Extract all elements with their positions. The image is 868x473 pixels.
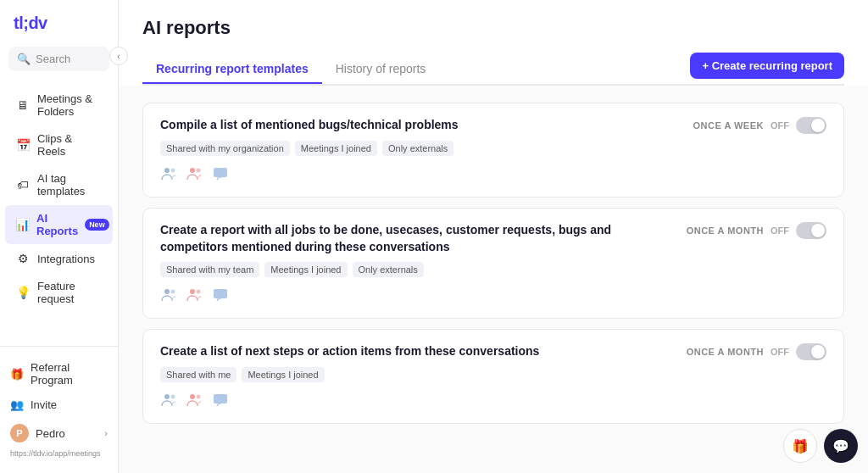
people-icon-2 (186, 164, 204, 183)
report-card-3: Create a list of next steps or action it… (142, 329, 844, 424)
referral-label: Referral Program (31, 361, 108, 387)
meetings-icon: 🖥 (15, 98, 31, 112)
people-icon-1 (160, 164, 179, 183)
svg-rect-14 (214, 394, 227, 403)
clips-icon: 📅 (15, 138, 31, 152)
invite-label: Invite (31, 398, 57, 411)
sidebar-item-ai-tags-label: AI tag templates (37, 172, 103, 198)
tab-group: Recurring report templates History of re… (142, 55, 439, 82)
user-name: Pedro (36, 427, 97, 440)
report-1-tags: Shared with my organization Meetings I j… (160, 141, 826, 156)
report-card-2: Create a report with all jobs to be done… (142, 208, 844, 319)
sidebar-item-integrations-label: Integrations (37, 253, 103, 265)
sidebar-user[interactable]: P Pedro › (0, 417, 118, 449)
bottom-buttons: 🎁 💬 (783, 429, 858, 463)
sidebar-item-referral[interactable]: 🎁 Referral Program (0, 355, 118, 392)
report-2-frequency: ONCE A MONTH (687, 225, 764, 236)
tag: Shared with me (160, 367, 236, 382)
tag: Only externals (382, 141, 453, 156)
feature-request-icon: 💡 (15, 286, 31, 299)
svg-point-3 (197, 169, 201, 173)
svg-point-6 (171, 290, 175, 294)
sidebar-item-invite[interactable]: 👥 Invite (0, 392, 118, 417)
report-3-tags: Shared with me Meetings I joined (160, 367, 826, 382)
main-content: AI reports Recurring report templates Hi… (119, 0, 868, 473)
create-recurring-report-button[interactable]: + Create recurring report (690, 53, 844, 79)
main-header: AI reports Recurring report templates Hi… (119, 0, 868, 86)
reports-list: Compile a list of mentioned bugs/technic… (119, 86, 868, 473)
logo: tl;dv (0, 0, 118, 40)
avatar: P (10, 424, 29, 442)
tag: Shared with my organization (160, 141, 290, 156)
svg-point-10 (164, 394, 170, 399)
svg-point-1 (171, 169, 175, 173)
report-card-1: Compile a list of mentioned bugs/technic… (142, 103, 844, 198)
tag: Only externals (353, 262, 424, 277)
svg-rect-9 (214, 289, 227, 298)
collapse-button[interactable]: ‹ (109, 47, 128, 65)
new-badge: New (85, 219, 109, 231)
gift-button[interactable]: 🎁 (783, 429, 817, 463)
report-3-icons (160, 391, 826, 409)
report-card-2-header: Create a report with all jobs to be done… (160, 222, 826, 255)
search-button[interactable]: 🔍 Search (8, 47, 109, 71)
svg-point-0 (164, 168, 170, 173)
chat-icon-1 (211, 164, 230, 183)
chat-icon-3 (211, 391, 230, 409)
sidebar-nav: 🖥 Meetings & Folders 📅 Clips & Reels 🏷 A… (0, 78, 118, 346)
sidebar-item-ai-tags[interactable]: 🏷 AI tag templates (5, 165, 113, 204)
report-1-toggle-label: OFF (771, 120, 789, 131)
referral-icon: 🎁 (10, 368, 24, 381)
report-2-tags: Shared with my team Meetings I joined On… (160, 262, 826, 277)
sidebar-item-ai-reports[interactable]: 📊 AI Reports New (5, 205, 113, 244)
integrations-icon: ⚙ (15, 252, 31, 265)
user-url: https://tldv.io/app/meetings (0, 449, 118, 465)
ai-tags-icon: 🏷 (15, 178, 31, 192)
report-2-toggle[interactable] (796, 222, 826, 239)
people-icon-5 (160, 391, 179, 409)
svg-point-7 (190, 289, 195, 294)
tab-history[interactable]: History of reports (322, 55, 440, 84)
report-3-frequency: ONCE A MONTH (687, 347, 764, 357)
people-icon-3 (160, 286, 179, 304)
sidebar-bottom: 🎁 Referral Program 👥 Invite P Pedro › ht… (0, 346, 118, 473)
search-icon: 🔍 (17, 53, 31, 65)
people-icon-6 (186, 391, 204, 409)
sidebar-item-integrations[interactable]: ⚙ Integrations (5, 245, 113, 272)
sidebar-item-clips[interactable]: 📅 Clips & Reels (5, 125, 113, 164)
report-1-icons (160, 164, 826, 183)
report-card-3-header: Create a list of next steps or action it… (160, 343, 826, 360)
report-2-freq-toggle: ONCE A MONTH OFF (687, 222, 826, 239)
user-arrow-icon: › (104, 428, 108, 438)
tab-recurring[interactable]: Recurring report templates (142, 55, 322, 84)
svg-point-2 (190, 168, 195, 173)
chat-support-button[interactable]: 💬 (824, 429, 858, 463)
sidebar-item-meetings[interactable]: 🖥 Meetings & Folders (5, 86, 113, 125)
report-1-freq-toggle: ONCE A WEEK OFF (693, 117, 826, 134)
chat-icon-2 (211, 286, 230, 304)
svg-rect-4 (214, 168, 227, 177)
tag: Meetings I joined (295, 141, 377, 156)
svg-point-13 (197, 395, 201, 399)
sidebar-item-feature-request[interactable]: 💡 Feature request (5, 273, 113, 312)
report-3-freq-toggle: ONCE A MONTH OFF (687, 343, 826, 360)
report-3-toggle[interactable] (796, 343, 826, 360)
sidebar-item-clips-label: Clips & Reels (37, 132, 103, 158)
report-card-1-header: Compile a list of mentioned bugs/technic… (160, 117, 826, 134)
ai-reports-icon: 📊 (15, 218, 30, 231)
sidebar-item-ai-reports-label: AI Reports (36, 212, 78, 237)
sidebar-item-feature-request-label: Feature request (37, 280, 103, 305)
report-2-icons (160, 286, 826, 304)
report-1-toggle[interactable] (796, 117, 826, 134)
tabs-bar: Recurring report templates History of re… (142, 53, 844, 86)
svg-point-5 (164, 289, 170, 294)
tag: Meetings I joined (242, 367, 324, 382)
report-1-frequency: ONCE A WEEK (693, 120, 764, 131)
invite-icon: 👥 (10, 398, 24, 411)
svg-point-12 (190, 394, 195, 399)
report-3-toggle-label: OFF (771, 347, 789, 357)
svg-point-11 (171, 395, 175, 399)
report-1-title: Compile a list of mentioned bugs/technic… (160, 117, 459, 134)
people-icon-4 (186, 286, 204, 304)
svg-point-8 (197, 290, 201, 294)
